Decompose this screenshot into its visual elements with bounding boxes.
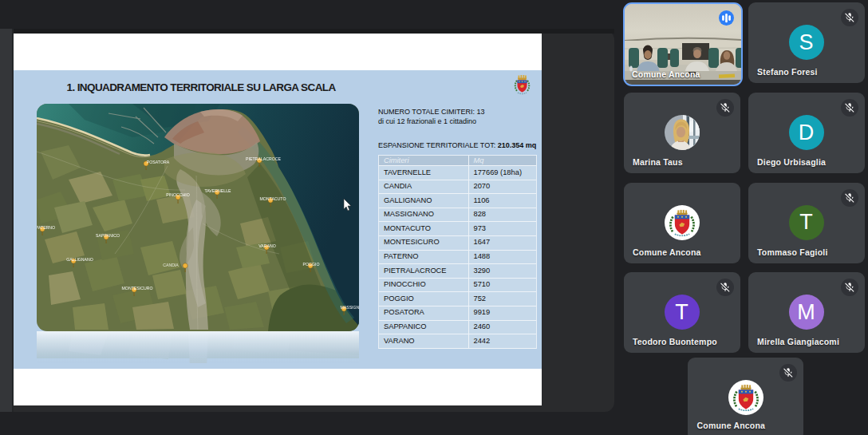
svg-text:GALLIGNANO: GALLIGNANO [66, 257, 93, 262]
svg-text:POSATORA: POSATORA [147, 160, 170, 164]
svg-text:PATERNO: PATERNO [37, 225, 55, 230]
svg-text:MASSIGNANO: MASSIGNANO [340, 305, 359, 310]
svg-text:PINOCCHIO: PINOCCHIO [166, 192, 189, 197]
svg-text:PIETRALACROCE: PIETRALACROCE [246, 156, 281, 161]
svg-text:TAVERNELLE: TAVERNELLE [205, 188, 231, 193]
svg-text:MONTACUTO: MONTACUTO [260, 196, 286, 201]
svg-text:POGGIO: POGGIO [302, 262, 319, 267]
svg-text:VARANO: VARANO [258, 243, 276, 248]
svg-text:CANDIA: CANDIA [163, 263, 179, 267]
svg-text:SAPPANICO: SAPPANICO [96, 233, 120, 238]
svg-text:MONTESICURO: MONTESICURO [122, 286, 153, 291]
